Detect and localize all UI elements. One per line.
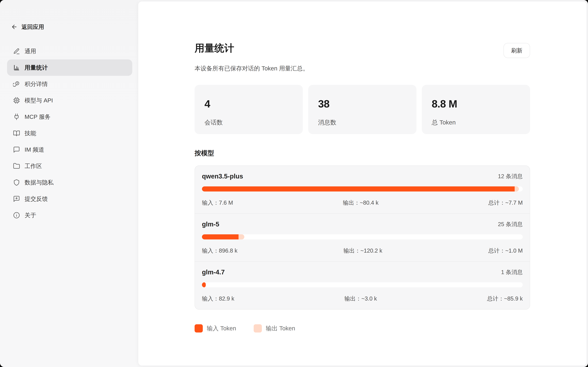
model-usage-row: glm-5 25 条消息 输入：896.8 k 输出：~120.2 k 总计：~… [195, 213, 530, 261]
sidebar-item-feedback[interactable]: 提交反馈 [7, 191, 132, 207]
cpu-icon [13, 97, 20, 104]
bar-input-fill [202, 282, 206, 287]
stat-value: 4 [204, 98, 293, 110]
refresh-button[interactable]: 刷新 [503, 43, 530, 58]
legend-label: 输入 Token [207, 325, 236, 332]
stat-cards: 4 会话数 38 消息数 8.8 M 总 Token [195, 85, 530, 134]
sidebar-item-credits[interactable]: 积分详情 [7, 76, 132, 92]
info-icon [13, 212, 20, 219]
sidebar-item-data-privacy[interactable]: 数据与隐私 [7, 174, 132, 191]
plug-icon [13, 113, 20, 120]
model-name: qwen3.5-plus [202, 172, 243, 180]
models-usage-list: qwen3.5-plus 12 条消息 输入：7.6 M 输出：~80.4 k … [195, 166, 530, 309]
legend-label: 输出 Token [266, 325, 295, 332]
model-name: glm-4.7 [202, 268, 225, 276]
arrow-left-icon [11, 24, 17, 30]
sidebar-item-label: 关于 [24, 211, 36, 219]
sidebar-item-label: 通用 [24, 47, 36, 55]
sidebar-item-about[interactable]: 关于 [7, 207, 132, 224]
sidebar-item-skills[interactable]: 技能 [7, 125, 132, 142]
bar-chart-icon [13, 64, 20, 71]
coins-icon [13, 81, 20, 88]
output-tokens-stat: 输出：~80.4 k [233, 199, 488, 207]
stat-label: 会话数 [204, 118, 293, 126]
page-subtitle: 本设备所有已保存对话的 Token 用量汇总。 [195, 65, 530, 72]
sidebar-item-label: 工作区 [24, 162, 42, 170]
sidebar-item-label: 数据与隐私 [24, 179, 54, 186]
app-window: 返回应用 通用 用量统计 [0, 0, 588, 367]
output-tokens-stat: 输出：~120.2 k [237, 247, 488, 255]
back-to-app-label: 返回应用 [22, 23, 44, 31]
bar-output-fill [239, 234, 244, 239]
input-tokens-stat: 输入：82.9 k [202, 295, 234, 302]
sidebar-item-mcp-services[interactable]: MCP 服务 [7, 108, 132, 125]
legend-item-output: 输出 Token [254, 324, 295, 333]
bar-input-fill [202, 186, 515, 192]
sidebar-item-label: 积分详情 [24, 80, 48, 88]
token-usage-bar [202, 234, 523, 239]
token-usage-bar [202, 186, 523, 192]
stat-label: 消息数 [318, 118, 407, 126]
pencil-icon [13, 48, 20, 55]
book-open-icon [13, 130, 20, 137]
stat-card-messages: 38 消息数 [308, 85, 416, 134]
stat-card-sessions: 4 会话数 [195, 85, 303, 134]
bar-output-fill [515, 186, 519, 192]
input-tokens-stat: 输入：896.8 k [202, 247, 237, 255]
total-tokens-stat: 总计：~1.0 M [488, 247, 523, 255]
sidebar-item-label: IM 频道 [24, 146, 44, 154]
model-usage-row: glm-4.7 1 条消息 输入：82.9 k 输出：~3.0 k 总计：~85… [195, 261, 530, 309]
sidebar-item-label: 提交反馈 [24, 195, 48, 203]
stat-value: 38 [318, 98, 407, 110]
page-title: 用量统计 [195, 43, 234, 54]
output-token-swatch [254, 324, 262, 333]
total-tokens-stat: 总计：~85.9 k [487, 295, 523, 302]
bar-input-fill [202, 234, 239, 239]
stat-label: 总 Token [432, 118, 520, 126]
sidebar-item-general[interactable]: 通用 [7, 43, 132, 59]
model-message-count: 1 条消息 [501, 268, 523, 276]
sidebar-item-label: 用量统计 [24, 64, 48, 72]
model-usage-row: qwen3.5-plus 12 条消息 输入：7.6 M 输出：~80.4 k … [195, 166, 530, 213]
sidebar-nav: 通用 用量统计 积 [7, 43, 132, 224]
sidebar-item-models-api[interactable]: 模型与 API [7, 92, 132, 108]
input-tokens-stat: 输入：7.6 M [202, 199, 233, 207]
usage-stats-panel: 用量统计 刷新 本设备所有已保存对话的 Token 用量汇总。 4 会话数 38… [138, 1, 587, 366]
stat-value: 8.8 M [432, 98, 520, 110]
model-name: glm-5 [202, 220, 219, 228]
token-usage-bar [202, 282, 523, 287]
sidebar-item-label: MCP 服务 [24, 113, 51, 121]
sidebar-item-im-channels[interactable]: IM 频道 [7, 142, 132, 158]
settings-sidebar: 返回应用 通用 用量统计 [0, 0, 138, 367]
input-token-swatch [195, 324, 203, 333]
back-to-app-button[interactable]: 返回应用 [7, 23, 132, 31]
page-header: 用量统计 刷新 [195, 43, 530, 58]
sidebar-item-workspace[interactable]: 工作区 [7, 158, 132, 174]
folder-icon [13, 162, 20, 170]
model-message-count: 25 条消息 [498, 220, 523, 228]
output-tokens-stat: 输出：~3.0 k [234, 295, 487, 302]
shield-icon [13, 179, 20, 186]
by-model-heading: 按模型 [195, 149, 530, 158]
sidebar-item-usage-stats[interactable]: 用量统计 [7, 59, 132, 76]
total-tokens-stat: 总计：~7.7 M [488, 199, 523, 207]
model-message-count: 12 条消息 [498, 172, 523, 180]
legend-item-input: 输入 Token [195, 324, 236, 333]
stat-card-total-tokens: 8.8 M 总 Token [422, 85, 530, 134]
token-legend: 输入 Token 输出 Token [195, 324, 530, 333]
message-square-icon [13, 146, 20, 153]
message-plus-icon [13, 195, 20, 202]
sidebar-item-label: 模型与 API [24, 97, 53, 104]
sidebar-item-label: 技能 [24, 129, 36, 137]
